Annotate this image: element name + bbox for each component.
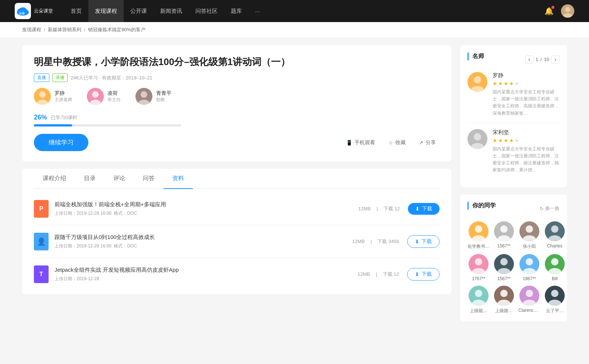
classmate-2: 1567** [494, 221, 514, 250]
teacher-panel-avatar-2 [468, 129, 487, 149]
classmate-avatar-2[interactable] [494, 221, 514, 241]
classmate-avatar-12[interactable] [545, 286, 565, 306]
teacher-divider [468, 123, 560, 123]
star-10: ★ [515, 138, 519, 143]
classmate-avatar-8[interactable] [545, 254, 565, 274]
course-students: 246人已学习 · 有效期至：2019–10–21 [71, 75, 152, 81]
progress-percent: 26% [34, 114, 47, 121]
star-2: ★ [498, 81, 503, 86]
classmate-8: Bill [545, 254, 565, 281]
progress-label: 26% 已学习0课时 [34, 114, 440, 121]
breadcrumb-current: 销冠修炼术搞定80%的客户 [88, 27, 145, 32]
download-icon: ⬇ [415, 206, 420, 212]
nav-discover[interactable]: 发现课程 [88, 0, 124, 22]
classmate-avatar-3[interactable] [519, 221, 539, 241]
teacher-prev-button[interactable]: ‹ [525, 56, 533, 64]
classmate-avatar-7[interactable] [519, 254, 539, 274]
resource-item-3: T Jetpack全组件实战 开发短视频应用高仿皮皮虾App 上传日期：2019… [34, 258, 440, 290]
tab-review[interactable]: 评论 [105, 169, 134, 189]
download-button-2[interactable]: ⬇ 下载 [407, 235, 440, 248]
star-6: ★ [493, 138, 497, 143]
breadcrumb-series[interactable]: 新媒体营销系列 [48, 27, 81, 32]
classmate-4: Charles [545, 221, 565, 250]
classmate-avatar-9[interactable] [469, 286, 489, 306]
resource-meta-2: 上传日期：2019-12-28 16:00 格式：DOC [54, 243, 344, 249]
download-button-1[interactable]: ⬇ 下载 [408, 203, 440, 215]
user-avatar[interactable] [561, 4, 574, 18]
svg-point-48 [475, 290, 482, 297]
resource-item-2: 👤 跟随千万级项目从0到100全过程高效成长 上传日期：2019-12-28 1… [34, 225, 440, 258]
svg-point-24 [475, 225, 482, 233]
nav-questions[interactable]: 题库 [224, 0, 248, 22]
download-button-3[interactable]: ⬇ 下载 [407, 268, 440, 281]
main-content: 明星中教授课，小学阶段语法100分–强化级第1讲动词（一） 直播 录播 246人… [0, 38, 589, 336]
logo[interactable]: 云朵 云朵课堂 [15, 3, 53, 19]
teacher-panel-row-2: 宋利坚 ★ ★ ★ ★ ★ 国内某重点大学安全工程专业硕士，国家一级注册消防工程… [468, 129, 560, 174]
mobile-label: 手机观看 [355, 139, 375, 146]
classmate-name-5: 1767** [472, 276, 485, 281]
breadcrumb-discover[interactable]: 发现课程 [22, 27, 41, 32]
classmate-avatar-5[interactable] [469, 254, 489, 274]
nav-home[interactable]: 首页 [64, 0, 88, 22]
classmates-panel: 你的同学 ↻ 换一换 化学教书… 1567* [460, 195, 567, 321]
tab-intro[interactable]: 课程介绍 [34, 169, 75, 189]
continue-learning-button[interactable]: 继续学习 [34, 134, 88, 151]
tab-qa[interactable]: 问答 [134, 169, 163, 189]
svg-point-30 [526, 225, 533, 233]
mobile-watch-button[interactable]: 📱 手机观看 [342, 137, 379, 148]
collect-button[interactable]: ☆ 收藏 [385, 137, 409, 148]
svg-point-6 [565, 7, 570, 12]
classmate-name-1: 化学教书… [468, 243, 490, 250]
nav-qa[interactable]: 问答社区 [189, 0, 224, 22]
resource-info-2: 跟随千万级项目从0到100全过程高效成长 上传日期：2019-12-28 16:… [54, 234, 344, 249]
teacher-next-button[interactable]: › [551, 56, 560, 64]
star-8: ★ [504, 138, 508, 143]
classmate-avatar-11[interactable] [519, 286, 539, 306]
share-icon: ↗ [419, 140, 423, 146]
svg-point-27 [500, 225, 508, 233]
teacher-2-info: 凌荷 班主任 [107, 90, 121, 103]
action-row: 继续学习 📱 手机观看 ☆ 收藏 ↗ 分享 [34, 134, 440, 151]
nav-open[interactable]: 公开课 [124, 0, 154, 22]
classmate-name-9: 上级能… [470, 308, 487, 314]
resource-item: P 前端全栈加强版！前端全栈+全周期+多端应用 上传日期：2019-12-28 … [34, 193, 440, 225]
teachers: 罗静 主讲老师 凌荷 班主任 [34, 88, 440, 105]
tabs-card: 课程介绍 目录 评论 问答 资料 P 前端全栈加强版！前端全栈+全周期+多端应用… [22, 169, 451, 294]
share-button[interactable]: ↗ 分享 [415, 137, 440, 148]
navbar: 云朵 云朵课堂 首页 发现课程 公开课 新闻资讯 问答社区 题库 ··· 🔔 [0, 0, 589, 22]
teacher-3-avatar [135, 88, 152, 105]
classmate-3: 张小田 [518, 221, 540, 250]
progress-bar-fill [34, 124, 72, 126]
teacher-1-info: 罗静 主讲老师 [54, 90, 72, 103]
teacher-3: 青青平 助教 [135, 88, 172, 105]
tab-catalog[interactable]: 目录 [75, 169, 105, 189]
svg-point-15 [141, 91, 147, 98]
teacher-3-name: 青青平 [156, 90, 172, 97]
teacher-page-current: 1 [536, 57, 538, 62]
logo-icon: 云朵 [15, 3, 31, 19]
classmate-name-3: 张小田 [523, 243, 536, 250]
progress-text: 已学习0课时 [51, 114, 77, 121]
download-icon-2: ⬇ [415, 239, 419, 245]
resource-icon-person: 👤 [34, 233, 49, 250]
svg-point-51 [500, 290, 508, 297]
svg-point-39 [500, 258, 508, 265]
classmate-avatar-4[interactable] [545, 221, 565, 241]
classmate-avatar-10[interactable] [494, 286, 514, 306]
classmate-avatar-1[interactable] [469, 221, 489, 241]
nav-news[interactable]: 新闻资讯 [154, 0, 189, 22]
resource-stats-3: 12MB | 下载 12 [355, 271, 401, 278]
bell-icon[interactable]: 🔔 [544, 7, 554, 15]
classmate-name-7: 1867** [523, 276, 536, 281]
star-9: ★ [509, 138, 514, 143]
teacher-panel-name-2: 宋利坚 [493, 129, 560, 136]
tab-resource[interactable]: 资料 [163, 169, 193, 189]
star-4: ★ [509, 81, 514, 86]
classmate-avatar-6[interactable] [494, 254, 514, 274]
teacher-3-info: 青青平 助教 [156, 90, 172, 103]
star-7: ★ [498, 138, 503, 143]
svg-point-36 [475, 258, 482, 265]
nav-more[interactable]: ··· [248, 0, 267, 22]
teacher-2: 凌荷 班主任 [87, 88, 121, 105]
refresh-button[interactable]: ↻ 换一换 [540, 205, 560, 212]
